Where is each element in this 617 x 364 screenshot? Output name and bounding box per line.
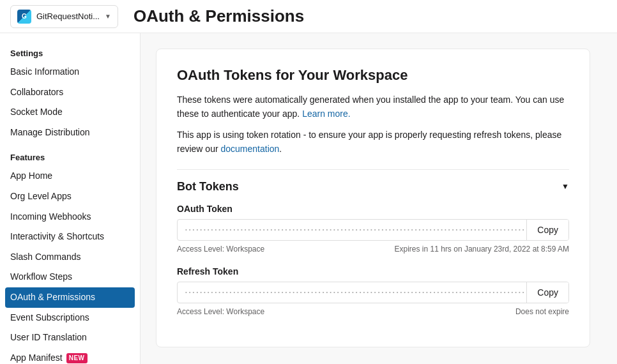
sidebar: Settings Basic Information Collaborators… <box>0 33 141 364</box>
sidebar-item-workflow-steps[interactable]: Workflow Steps <box>0 267 140 287</box>
oauth-token-value: ••••••••••••••••••••••••••••••••••••••••… <box>178 222 526 238</box>
sidebar-item-label: Interactivity & Shortcuts <box>10 231 104 243</box>
card-description: These tokens were automatically generate… <box>177 93 569 121</box>
sidebar-item-interactivity-shortcuts[interactable]: Interactivity & Shortcuts <box>0 227 140 247</box>
sidebar-item-label: Manage Distribution <box>10 126 90 139</box>
refresh-token-row: ••••••••••••••••••••••••••••••••••••••••… <box>177 282 569 303</box>
sidebar-item-label: Event Subscriptions <box>10 312 89 324</box>
refresh-token-meta: Access Level: Workspace Does not expire <box>177 307 569 316</box>
features-section-label: Features <box>0 148 140 166</box>
sidebar-item-app-home[interactable]: App Home <box>0 166 140 186</box>
description-text: These tokens were automatically generate… <box>177 95 564 119</box>
sidebar-item-label: App Manifest <box>10 352 63 364</box>
sidebar-item-oauth-permissions[interactable]: OAuth & Permissions <box>5 287 135 308</box>
bot-tokens-title: Bot Tokens <box>177 180 239 193</box>
rotation-notice: This app is using token rotation - to en… <box>177 128 569 156</box>
main-content: OAuth Tokens for Your Workspace These to… <box>141 33 617 364</box>
sidebar-item-basic-information[interactable]: Basic Information <box>0 62 140 82</box>
sidebar-item-label: Slash Commands <box>10 251 81 264</box>
oauth-token-row: ••••••••••••••••••••••••••••••••••••••••… <box>177 219 569 241</box>
sidebar-item-org-level-apps[interactable]: Org Level Apps <box>0 186 140 207</box>
content-card: OAuth Tokens for Your Workspace These to… <box>156 49 590 347</box>
sidebar-item-label: Incoming Webhooks <box>10 211 91 224</box>
sidebar-item-label: App Home <box>10 170 52 183</box>
refresh-token-block: Refresh Token ••••••••••••••••••••••••••… <box>177 266 569 316</box>
app-name-label: GitRequestNoti... <box>36 11 100 21</box>
settings-section-label: Settings <box>0 43 140 62</box>
oauth-expires: Expires in 11 hrs on January 23rd, 2022 … <box>395 245 570 254</box>
refresh-access-level: Access Level: Workspace <box>177 307 264 316</box>
sidebar-item-label: Org Level Apps <box>10 190 72 203</box>
new-badge: NEW <box>66 353 88 363</box>
page-title: OAuth & Permissions <box>133 6 304 26</box>
sidebar-item-label: Workflow Steps <box>10 271 72 284</box>
sidebar-item-label: Basic Information <box>10 66 79 79</box>
oauth-token-label: OAuth Token <box>177 204 569 214</box>
sidebar-item-label: Collaborators <box>10 86 63 99</box>
sidebar-item-socket-mode[interactable]: Socket Mode <box>0 102 140 123</box>
sidebar-item-app-manifest[interactable]: App Manifest NEW <box>0 348 140 364</box>
oauth-token-meta: Access Level: Workspace Expires in 11 hr… <box>177 245 569 254</box>
layout: Settings Basic Information Collaborators… <box>0 33 617 364</box>
app-selector[interactable]: G GitRequestNoti... ▼ <box>10 5 118 28</box>
learn-more-link[interactable]: Learn more. <box>302 109 350 119</box>
card-title: OAuth Tokens for Your Workspace <box>177 67 569 84</box>
refresh-expires: Does not expire <box>515 307 569 316</box>
sidebar-item-incoming-webhooks[interactable]: Incoming Webhooks <box>0 207 140 227</box>
sidebar-item-slash-commands[interactable]: Slash Commands <box>0 247 140 268</box>
oauth-access-level: Access Level: Workspace <box>177 245 264 254</box>
bot-tokens-section-header[interactable]: Bot Tokens ▼ <box>177 169 569 193</box>
sidebar-item-manage-distribution[interactable]: Manage Distribution <box>0 123 140 143</box>
sidebar-item-label: Socket Mode <box>10 106 63 119</box>
sidebar-item-event-subscriptions[interactable]: Event Subscriptions <box>0 308 140 328</box>
oauth-token-block: OAuth Token ••••••••••••••••••••••••••••… <box>177 204 569 254</box>
sidebar-item-label: OAuth & Permissions <box>10 291 95 304</box>
bot-tokens-chevron-icon: ▼ <box>561 182 569 191</box>
oauth-copy-button[interactable]: Copy <box>526 220 568 240</box>
documentation-link[interactable]: documentation <box>220 144 279 154</box>
sidebar-item-user-id-translation[interactable]: User ID Translation <box>0 328 140 348</box>
chevron-down-icon: ▼ <box>105 13 111 20</box>
refresh-token-label: Refresh Token <box>177 266 569 277</box>
app-icon: G <box>17 10 31 24</box>
refresh-copy-button[interactable]: Copy <box>526 282 568 303</box>
refresh-token-value: ••••••••••••••••••••••••••••••••••••••••… <box>178 284 526 300</box>
sidebar-item-collaborators[interactable]: Collaborators <box>0 82 140 103</box>
rotation-period: . <box>279 144 282 154</box>
sidebar-item-label: User ID Translation <box>10 331 87 344</box>
header-bar: G GitRequestNoti... ▼ OAuth & Permission… <box>0 0 617 33</box>
